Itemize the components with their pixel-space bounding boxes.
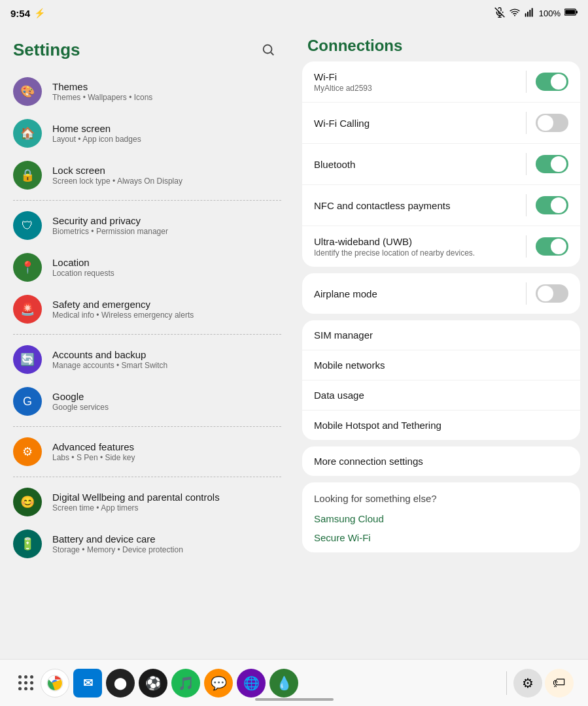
item-title-safety-emergency: Safety and emergency [52,299,194,310]
connection-item-mobile-networks[interactable]: Mobile networks [302,350,580,380]
toggle-uwb[interactable] [536,237,568,256]
item-subtitle-battery-device: Storage • Memory • Device protection [52,545,183,554]
toggle-bluetooth[interactable] [536,155,568,173]
toggle-nfc[interactable] [536,196,568,214]
connections-title: Connections [302,33,580,61]
connections-group-group1: Wi-Fi MyAltice ad2593 Wi-Fi Calling [302,61,580,267]
toggle-wifi[interactable] [536,73,568,91]
item-title-home-screen: Home screen [52,123,141,134]
toggle-divider [526,71,527,93]
connection-item-sim-manager[interactable]: SIM manager [302,320,580,350]
svg-point-3 [514,14,515,16]
toggle-divider [526,194,527,216]
connection-title-more-connection: More connection settings [314,456,568,467]
connection-title-mobile-hotspot: Mobile Hotspot and Tethering [314,420,568,431]
taskbar-app-chrome[interactable] [41,669,69,698]
item-icon-security-privacy: 🛡 [13,211,42,240]
connection-title-nfc: NFC and contactless payments [314,200,517,211]
settings-item-location[interactable]: 📍 Location Location requests [0,246,294,288]
connection-item-airplane[interactable]: Airplane mode [302,273,580,314]
toggle-divider [526,153,527,175]
svg-rect-6 [529,10,530,17]
looking-link-samsung-cloud[interactable]: Samsung Cloud [314,509,568,528]
item-icon-google: G [13,387,42,416]
svg-rect-5 [527,11,528,16]
connection-item-more-connection[interactable]: More connection settings [302,446,580,476]
taskbar-app-spotify[interactable]: 🎵 [171,669,200,698]
left-panel: Settings 🎨 Themes Themes • Wallpapers • … [0,26,294,659]
connections-group-group3: SIM manager Mobile networks Data usage M… [302,320,580,440]
item-subtitle-home-screen: Layout • App icon badges [52,135,141,144]
connection-title-wifi-calling: Wi-Fi Calling [314,118,517,129]
taskbar-app-green-app[interactable]: 💧 [269,669,298,698]
bolt-icon: ⚡ [34,8,45,18]
item-title-advanced-features: Advanced features [52,441,135,452]
item-subtitle-advanced-features: Labs • S Pen • Side key [52,453,135,462]
section-divider [13,477,281,477]
toggle-airplane[interactable] [536,284,568,303]
taskbar-app-circle[interactable]: ⬤ [106,669,135,698]
settings-item-security-privacy[interactable]: 🛡 Security and privacy Biometrics • Perm… [0,205,294,246]
search-button[interactable] [255,37,281,63]
connection-title-sim-manager: SIM manager [314,329,568,341]
toggle-wifi-calling[interactable] [536,114,568,132]
tag-taskbar-icon[interactable]: 🏷 [545,669,574,698]
settings-item-accounts-backup[interactable]: 🔄 Accounts and backup Manage accounts • … [0,339,294,380]
settings-item-battery-device[interactable]: 🔋 Battery and device care Storage • Memo… [0,523,294,565]
toggle-thumb [551,197,566,213]
taskbar-apps: ✉⬤⚽🎵💬🌐💧 [39,669,501,698]
connections-groups: Wi-Fi MyAltice ad2593 Wi-Fi Calling [302,61,580,476]
item-subtitle-accounts-backup: Manage accounts • Smart Switch [52,361,167,370]
settings-item-digital-wellbeing[interactable]: 😊 Digital Wellbeing and parental control… [0,481,294,523]
connection-item-mobile-hotspot[interactable]: Mobile Hotspot and Tethering [302,411,580,440]
toggle-divider [526,112,527,134]
main-container: Settings 🎨 Themes Themes • Wallpapers • … [0,26,588,659]
settings-item-safety-emergency[interactable]: 🚨 Safety and emergency Medical info • Wi… [0,288,294,330]
connection-subtitle-wifi: MyAltice ad2593 [314,84,517,93]
item-title-security-privacy: Security and privacy [52,215,168,226]
looking-section: Looking for something else?Samsung Cloud… [302,482,580,552]
svg-rect-9 [576,10,578,13]
connection-item-bluetooth[interactable]: Bluetooth [302,144,580,185]
app-drawer-button[interactable] [13,670,39,696]
taskbar-app-purple-app[interactable]: 🌐 [237,669,266,698]
settings-item-google[interactable]: G Google Google services [0,380,294,422]
svg-rect-7 [531,8,532,16]
connection-title-wifi: Wi-Fi [314,71,517,82]
taskbar-app-soccer[interactable]: ⚽ [139,669,167,698]
settings-item-advanced-features[interactable]: ⚙ Advanced features Labs • S Pen • Side … [0,431,294,473]
toggle-divider [526,235,527,258]
left-header: Settings [0,26,294,71]
connection-item-uwb[interactable]: Ultra-wideband (UWB) Identify the precis… [302,226,580,267]
connection-item-nfc[interactable]: NFC and contactless payments [302,185,580,226]
status-bar: 9:54 ⚡ [0,0,588,26]
search-icon [261,42,275,57]
section-divider [13,200,281,201]
connection-item-wifi[interactable]: Wi-Fi MyAltice ad2593 [302,61,580,103]
item-subtitle-google: Google services [52,403,109,412]
item-icon-safety-emergency: 🚨 [13,295,42,324]
item-icon-advanced-features: ⚙ [13,437,42,466]
right-panel: Connections Wi-Fi MyAltice ad2593 Wi-Fi … [294,26,588,659]
item-subtitle-digital-wellbeing: Screen time • App timers [52,503,220,513]
looking-link-secure-wi-fi[interactable]: Secure Wi-Fi [314,528,568,547]
toggle-thumb [538,115,553,131]
dots-grid-icon [18,675,34,691]
toggle-thumb [551,74,566,90]
status-time: 9:54 [10,8,30,19]
taskbar-app-outlook[interactable]: ✉ [73,669,102,698]
settings-taskbar-icon[interactable]: ⚙ [513,669,542,698]
item-icon-home-screen: 🏠 [13,119,42,148]
battery-percent: 100% [539,8,561,18]
svg-point-11 [264,45,272,54]
settings-item-themes[interactable]: 🎨 Themes Themes • Wallpapers • Icons [0,71,294,112]
item-subtitle-location: Location requests [52,269,114,278]
toggle-divider [526,282,527,305]
section-divider [13,426,281,427]
connection-item-data-usage[interactable]: Data usage [302,380,580,411]
connection-title-bluetooth: Bluetooth [314,159,517,170]
settings-item-home-screen[interactable]: 🏠 Home screen Layout • App icon badges [0,112,294,154]
taskbar-app-orange-app[interactable]: 💬 [204,669,233,698]
connection-item-wifi-calling[interactable]: Wi-Fi Calling [302,103,580,144]
settings-item-lock-screen[interactable]: 🔒 Lock screen Screen lock type • Always … [0,154,294,196]
